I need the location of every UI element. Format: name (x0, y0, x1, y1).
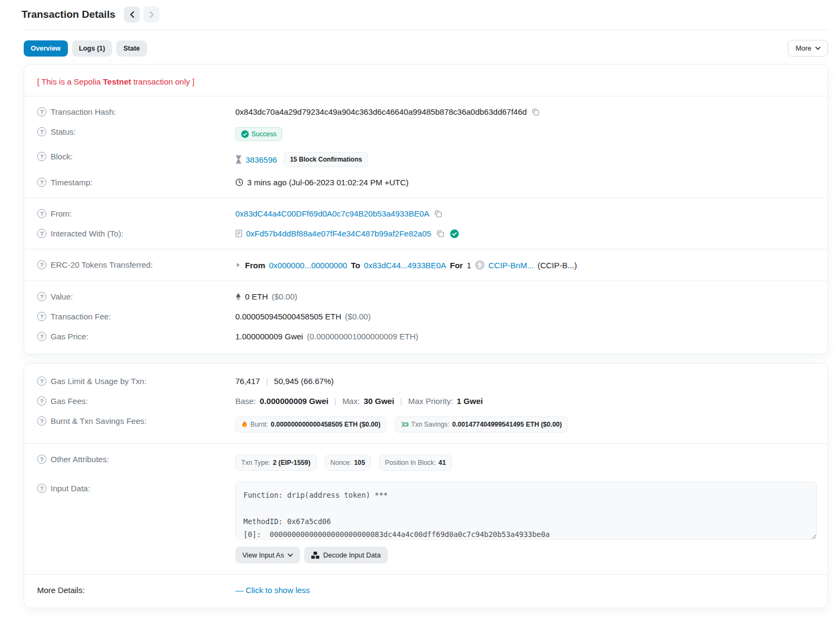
burnt-savings-row: ? Burnt & Txn Savings Fees: Burnt: 0.000… (37, 411, 817, 438)
clock-icon (235, 178, 243, 186)
previous-transaction-button[interactable] (124, 6, 140, 23)
copy-icon (531, 108, 540, 116)
more-details-label: More Details: (37, 586, 85, 595)
contract-icon (235, 229, 242, 238)
transaction-fee-row: ? Transaction Fee: 0.000050945000458505 … (37, 306, 817, 326)
view-input-as-button[interactable]: View Input As (235, 547, 300, 563)
interacted-with-address-link[interactable]: 0xFd57b4ddBf88a4e07fF4e34C487b99af2Fe82a… (246, 229, 431, 238)
help-icon[interactable]: ? (37, 484, 46, 493)
interacted-with-label-group: ? Interacted With (To): (37, 229, 235, 238)
transaction-fee-label: Transaction Fee: (51, 312, 111, 321)
status-label: Status: (51, 127, 76, 136)
tab-bar: Overview Logs (1) State More (24, 40, 828, 57)
txn-savings-value: 0.001477404999541495 ETH ($0.00) (452, 421, 562, 428)
position-in-block-badge: Position In Block: 41 (379, 455, 452, 471)
block-confirmations-badge: 15 Block Confirmations (284, 152, 368, 167)
transfer-from-address-link[interactable]: 0x000000...00000000 (269, 261, 347, 270)
hourglass-icon (235, 155, 242, 164)
txn-savings-label: Txn Savings: (411, 421, 450, 428)
more-details-row: More Details: — Click to show less (37, 580, 817, 600)
base-fee-label: Base: (235, 396, 256, 406)
copy-from-address-button[interactable] (433, 210, 443, 218)
collapse-transfers-button[interactable] (235, 262, 241, 268)
help-icon[interactable]: ? (37, 127, 46, 136)
interacted-with-row: ? Interacted With (To): 0xFd57b4ddBf88a4… (37, 224, 817, 243)
more-dropdown-button[interactable]: More (788, 40, 828, 57)
timestamp-value: 3 mins ago (Jul-06-2023 01:02:24 PM +UTC… (247, 178, 409, 187)
next-transaction-button[interactable] (143, 6, 159, 23)
help-icon[interactable]: ? (37, 152, 46, 161)
input-data-textarea[interactable]: Function: drip(address token) *** Method… (235, 482, 817, 540)
from-address-link[interactable]: 0x83dC44a4C00DFf69d0A0c7c94B20b53a4933BE… (235, 209, 429, 218)
burnt-fee-value: 0.000000000000458505 ETH ($0.00) (271, 421, 381, 428)
copy-to-address-button[interactable] (435, 229, 445, 238)
nonce-label: Nonce: (331, 459, 352, 466)
help-icon[interactable]: ? (37, 107, 46, 116)
txn-type-badge: Txn Type: 2 (EIP-1559) (235, 455, 317, 471)
timestamp-row: ? Timestamp: 3 mins ago (Jul-06-2023 01:… (37, 172, 817, 192)
gas-price-value: 1.000000009 Gwei (235, 332, 303, 341)
gas-fees-label: Gas Fees: (51, 396, 88, 406)
decode-input-data-button[interactable]: Decode Input Data (304, 547, 388, 563)
erc20-transfers-row: ? ERC-20 Tokens Transferred: From 0x0000… (37, 255, 817, 275)
details-card: ? Gas Limit & Usage by Txn: 76,417 | 50,… (24, 363, 828, 608)
gas-price-row: ? Gas Price: 1.000000009 Gwei (0.0000000… (37, 326, 817, 346)
input-data-actions: View Input As Decode Input Data (235, 547, 817, 563)
max-priority-fee-label: Max Priority: (408, 396, 453, 406)
page-title: Transaction Details (22, 9, 115, 20)
help-icon[interactable]: ? (37, 455, 46, 464)
check-circle-icon (241, 130, 249, 138)
tab-state[interactable]: State (116, 40, 147, 57)
input-data-label-group: ? Input Data: (37, 482, 235, 493)
tab-logs[interactable]: Logs (1) (72, 40, 113, 57)
value-label-group: ? Value: (37, 292, 235, 301)
help-icon[interactable]: ? (37, 416, 46, 426)
help-icon[interactable]: ? (37, 396, 46, 406)
help-icon[interactable]: ? (37, 229, 46, 238)
help-icon[interactable]: ? (37, 377, 46, 386)
help-icon[interactable]: ? (37, 178, 46, 187)
value-label: Value: (51, 292, 73, 301)
transaction-fee-usd: ($0.00) (345, 312, 371, 321)
position-in-block-label: Position In Block: (385, 459, 436, 466)
gas-usage-value: 50,945 (66.67%) (274, 377, 334, 386)
help-icon[interactable]: ? (37, 332, 46, 341)
transfer-to-address-link[interactable]: 0x83dC44...4933BE0A (364, 261, 446, 270)
status-row: ? Status: Success (37, 122, 817, 147)
txn-savings-badge: Txn Savings: 0.001477404999541495 ETH ($… (395, 416, 568, 433)
status-badge: Success (235, 127, 282, 141)
divider (24, 96, 828, 96)
transaction-fee-value: 0.000050945000458505 ETH (235, 312, 341, 321)
burnt-savings-label-group: ? Burnt & Txn Savings Fees: (37, 416, 235, 426)
value-amount: 0 ETH (245, 292, 268, 301)
max-fee-label: Max: (342, 396, 360, 406)
transfer-to-word: To (351, 261, 360, 270)
help-icon[interactable]: ? (37, 209, 46, 218)
help-icon[interactable]: ? (37, 312, 46, 321)
chevron-left-icon (130, 11, 135, 18)
block-number-link[interactable]: 3836596 (246, 155, 277, 164)
show-less-link[interactable]: — Click to show less (235, 586, 310, 595)
token-symbol: (CCIP-B...) (537, 261, 577, 270)
divider (24, 198, 828, 198)
input-data-row: ? Input Data: Function: drip(address tok… (37, 476, 817, 569)
decode-input-data-label: Decode Input Data (323, 551, 381, 559)
gas-price-label: Gas Price: (51, 332, 88, 341)
txn-type-label: Txn Type: (241, 459, 270, 466)
transaction-fee-label-group: ? Transaction Fee: (37, 312, 235, 321)
separator: | (398, 396, 404, 406)
tab-overview[interactable]: Overview (24, 40, 68, 57)
max-priority-fee-value: 1 Gwei (457, 396, 482, 406)
from-row: ? From: 0x83dC44a4C00DFf69d0A0c7c94B20b5… (37, 204, 817, 224)
from-label-group: ? From: (37, 209, 235, 218)
interacted-with-label: Interacted With (To): (51, 229, 123, 238)
burnt-fee-label: Burnt: (250, 421, 268, 428)
token-name-link[interactable]: CCIP-BnM... (488, 261, 534, 270)
copy-hash-button[interactable] (530, 108, 541, 116)
burnt-fee-badge: Burnt: 0.000000000000458505 ETH ($0.00) (235, 416, 387, 433)
timestamp-label: Timestamp: (51, 178, 93, 187)
gas-limit-value: 76,417 (235, 377, 260, 386)
gas-limit-label-group: ? Gas Limit & Usage by Txn: (37, 377, 235, 386)
help-icon[interactable]: ? (37, 292, 46, 301)
help-icon[interactable]: ? (37, 260, 46, 269)
